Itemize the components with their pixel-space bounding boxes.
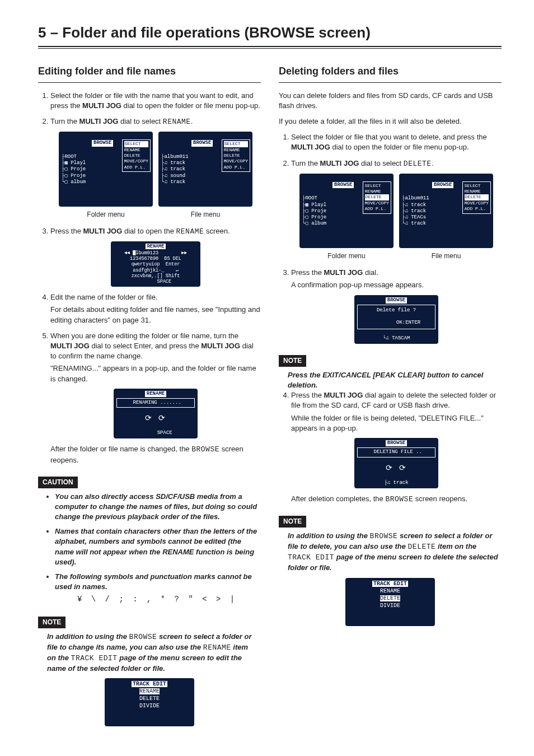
lcd-file-menu: BROWSE ├album011 ├♫ track ├♫ track ├♫ so… xyxy=(158,132,252,207)
step-3: Press the MULTI JOG dial to open the REN… xyxy=(50,226,261,287)
step-1: Select the folder or file with the name … xyxy=(50,91,261,111)
steps-delete-cont: Press the MULTI JOG dial again to delete… xyxy=(279,390,502,505)
steps-edit: Select the folder or file with the name … xyxy=(38,91,261,465)
section-heading-delete: Deleting folders and files xyxy=(279,64,502,82)
intro-paragraph: If you delete a folder, all the files in… xyxy=(279,116,502,127)
lcd-pair: BROWSE ├ROOT ├▦ Playl ├▢ Proje ├▢ Proje … xyxy=(291,174,502,249)
left-column: Editing folder and file names Select the… xyxy=(38,64,261,732)
lcd-folder-menu: BROWSE ├ROOT ├▦ Playl ├▢ Proje ├▢ Proje … xyxy=(299,174,394,249)
step-4: Press the MULTI JOG dial again to delete… xyxy=(291,390,502,505)
step-3: Press the MULTI JOG dial. A confirmation… xyxy=(291,268,502,344)
lcd-track-edit: TRACK EDIT RENAME DELETE DIVIDE xyxy=(279,578,502,626)
caution-badge: CAUTION xyxy=(38,477,78,488)
lcd-renaming: RENAME RENAMING ....... ⟳ ⟳ SPACE xyxy=(50,389,261,439)
rule-thin xyxy=(38,48,502,49)
caption-row: Folder menu File menu xyxy=(291,251,502,261)
step-5: When you are done editing the folder or … xyxy=(50,331,261,465)
intro-paragraph: You can delete folders and files from SD… xyxy=(279,91,502,111)
lcd-folder-menu: BROWSE ├ROOT ├▦ Playl ├▢ Proje ├▢ Proje … xyxy=(59,132,153,207)
caution-list: You can also directly access SD/CF/USB m… xyxy=(38,492,261,605)
note-body: In addition to using the BROWSE screen t… xyxy=(279,531,502,573)
note-body: Press the EXIT/CANCEL [PEAK CLEAR] butto… xyxy=(279,370,502,390)
lcd-keyboard: RENAME ◄◄ █lbum0123 ►► 1234567890 BS DEL… xyxy=(50,241,261,287)
caution-item: Names that contain characters other than… xyxy=(55,526,261,567)
lcd-deleting: BROWSE DELETING FILE .. ⟳ ⟳ ├♫ track xyxy=(291,438,502,488)
caption-file: File menu xyxy=(158,210,252,220)
note-body: In addition to using the BROWSE screen t… xyxy=(38,632,261,674)
lcd-file-menu: BROWSE ├album011 ├♫ track ├♫ track ├♫ TE… xyxy=(399,174,493,249)
multi-jog-label: MULTI JOG xyxy=(82,101,121,110)
caption-folder: Folder menu xyxy=(299,251,394,261)
two-column-layout: Editing folder and file names Select the… xyxy=(38,64,502,732)
step-1: Select the folder or file that you want … xyxy=(291,132,502,152)
right-column: Deleting folders and files You can delet… xyxy=(279,64,502,732)
note-badge: NOTE xyxy=(279,516,306,528)
section-heading-edit: Editing folder and file names xyxy=(38,64,261,82)
note-badge: NOTE xyxy=(38,617,65,628)
caption-file: File menu xyxy=(399,251,493,261)
lcd-confirm: BROWSE Delete file ? OK:ENTER └♫ TASCAM xyxy=(291,295,502,344)
popup-menu: SELECT RENAME DELETEMOVE/COPY ADD P.L. xyxy=(462,181,491,214)
spinner-icon: ⟳ ⟳ xyxy=(116,414,195,424)
step-2: Turn the MULTI JOG dial to select DELETE… xyxy=(291,158,502,262)
spinner-icon: ⟳ ⟳ xyxy=(357,464,435,474)
lcd-pair: BROWSE ├ROOT ├▦ Playl ├▢ Proje ├▢ Proje … xyxy=(50,132,261,207)
popup-menu: SELECTRENAME DELETE MOVE/COPY ADD P.L. xyxy=(222,139,250,172)
caption-folder: Folder menu xyxy=(59,210,153,220)
forbidden-symbols: ¥ \ / ; : , * ? " < > | xyxy=(77,594,261,605)
steps-delete: Select the folder or file that you want … xyxy=(279,132,502,344)
step-4: Edit the name of the folder or file. For… xyxy=(50,292,261,325)
note-badge: NOTE xyxy=(279,355,306,367)
caution-item: The following symbols and punctuation ma… xyxy=(55,572,261,605)
caution-item: You can also directly access SD/CF/USB m… xyxy=(55,492,261,522)
step-2: Turn the MULTI JOG dial to select RENAME… xyxy=(50,116,261,220)
popup-menu: SELECT RENAME DELETEMOVE/COPY ADD P.L. xyxy=(363,181,391,214)
chapter-title: 5 – Folder and file operations (BROWSE s… xyxy=(38,22,502,45)
rule-thick xyxy=(38,46,502,47)
caption-row: Folder menu File menu xyxy=(50,210,261,220)
popup-menu: SELECTRENAME DELETE MOVE/COPY ADD P.L. xyxy=(122,139,151,172)
lcd-track-edit: TRACK EDIT RENAME DELETE DIVIDE xyxy=(38,678,261,726)
